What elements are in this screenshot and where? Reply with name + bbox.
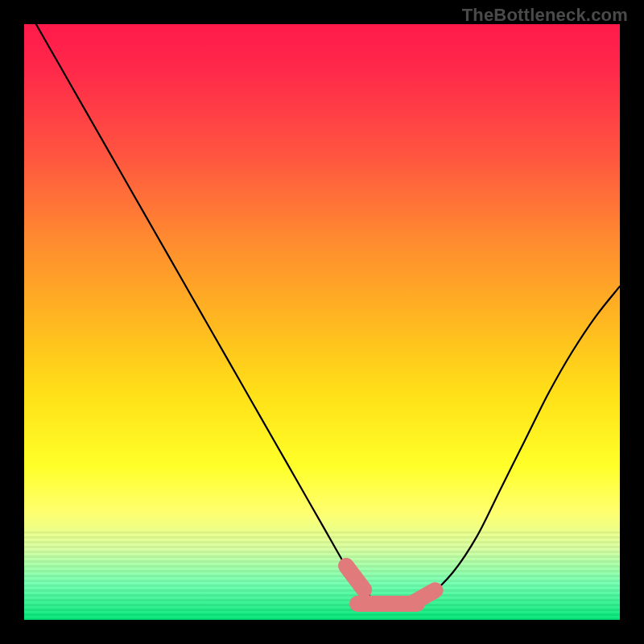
bottleneck-curve [24, 24, 620, 620]
chart-area [24, 24, 620, 620]
watermark-text: TheBottleneck.com [462, 5, 628, 26]
